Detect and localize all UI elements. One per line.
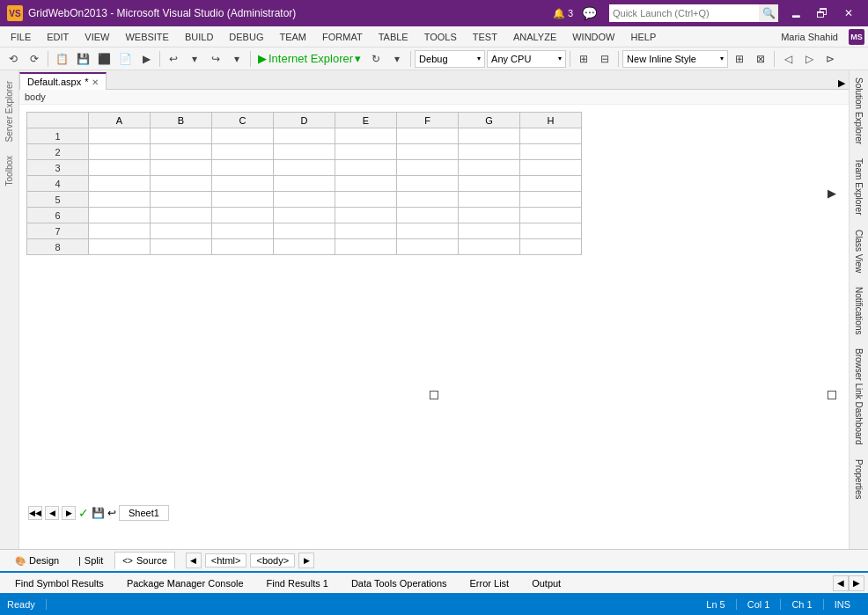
cell-b4[interactable] xyxy=(151,176,212,192)
output-tab-find-symbol[interactable]: Find Symbol Results xyxy=(4,575,115,591)
menu-edit[interactable]: EDIT xyxy=(40,30,76,44)
cell-h1[interactable] xyxy=(520,128,582,144)
sidebar-item-server-explorer[interactable]: Server Explorer xyxy=(3,74,16,149)
cell-c7[interactable] xyxy=(212,223,274,239)
menu-team[interactable]: TEAM xyxy=(272,30,313,44)
sidebar-item-team-explorer[interactable]: Team Explorer xyxy=(852,151,865,222)
cell-g1[interactable] xyxy=(459,128,520,144)
cell-d6[interactable] xyxy=(274,208,335,223)
config-dropdown[interactable]: Debug ▾ xyxy=(415,50,485,68)
restore-button[interactable]: 🗗 xyxy=(810,4,835,22)
cell-d4[interactable] xyxy=(274,176,335,192)
toolbar-btn-2[interactable]: 💾 xyxy=(73,50,92,68)
cell-a4[interactable] xyxy=(89,176,151,192)
cell-b5[interactable] xyxy=(151,192,212,208)
undo-button[interactable]: ↩ xyxy=(164,50,183,68)
sheet-tab-sheet1[interactable]: Sheet1 xyxy=(119,505,169,521)
minimize-button[interactable]: 🗕 xyxy=(783,4,808,22)
cell-d8[interactable] xyxy=(274,239,335,255)
cell-a8[interactable] xyxy=(89,239,151,255)
cpu-dropdown[interactable]: Any CPU ▾ xyxy=(487,50,566,68)
refresh-button[interactable]: ↻ xyxy=(366,50,386,68)
cell-g4[interactable] xyxy=(459,176,520,192)
cell-c6[interactable] xyxy=(212,208,274,223)
sidebar-item-toolbox[interactable]: Toolbox xyxy=(3,149,16,193)
toolbar-btn-7[interactable]: ⊟ xyxy=(595,50,614,68)
menu-test[interactable]: TEST xyxy=(466,30,504,44)
cell-h3[interactable] xyxy=(520,160,582,176)
html-tag-label[interactable]: <html> xyxy=(205,553,247,567)
menu-help[interactable]: HELP xyxy=(623,30,663,44)
cell-f8[interactable] xyxy=(397,239,459,255)
cell-g7[interactable] xyxy=(459,223,520,239)
menu-window[interactable]: WINDOW xyxy=(565,30,622,44)
search-icon[interactable]: 🔍 xyxy=(759,4,778,22)
cell-f4[interactable] xyxy=(397,176,459,192)
cell-f3[interactable] xyxy=(397,160,459,176)
cell-h5[interactable] xyxy=(520,192,582,208)
output-tab-find-results[interactable]: Find Results 1 xyxy=(255,575,340,591)
cell-e2[interactable] xyxy=(335,144,397,160)
sheet-next-button[interactable]: ▶ xyxy=(62,506,76,520)
forward-button[interactable]: ⟳ xyxy=(25,50,44,68)
menu-debug[interactable]: DEBUG xyxy=(222,30,270,44)
cell-g3[interactable] xyxy=(459,160,520,176)
cell-f6[interactable] xyxy=(397,208,459,223)
cell-h4[interactable] xyxy=(520,176,582,192)
cell-f1[interactable] xyxy=(397,128,459,144)
sidebar-item-notifications[interactable]: Notifications xyxy=(852,280,865,341)
sheet-undo-icon[interactable]: ↩ xyxy=(107,507,116,519)
toolbar-btn-4[interactable]: 📄 xyxy=(115,50,135,68)
run-button[interactable]: ▶ Internet Explorer ▾ xyxy=(254,52,364,65)
menu-tools[interactable]: TOOLS xyxy=(417,30,464,44)
cell-b1[interactable] xyxy=(151,128,212,144)
toolbar-btn-9[interactable]: ⊠ xyxy=(751,50,770,68)
menu-table[interactable]: TABLE xyxy=(371,30,416,44)
output-tab-output[interactable]: Output xyxy=(520,575,572,591)
cell-a1[interactable] xyxy=(89,128,151,144)
toolbar-btn-1[interactable]: 📋 xyxy=(52,50,71,68)
sidebar-item-class-view[interactable]: Class View xyxy=(852,223,865,280)
refresh-dropdown[interactable]: ▾ xyxy=(387,50,407,68)
cell-h8[interactable] xyxy=(520,239,582,255)
cell-b6[interactable] xyxy=(151,208,212,223)
toolbar-btn-12[interactable]: ⊳ xyxy=(820,50,840,68)
cell-f5[interactable] xyxy=(397,192,459,208)
cell-e7[interactable] xyxy=(335,223,397,239)
style-dropdown[interactable]: New Inline Style ▾ xyxy=(622,50,728,68)
cell-b7[interactable] xyxy=(151,223,212,239)
undo-dropdown-button[interactable]: ▾ xyxy=(185,50,204,68)
cell-b3[interactable] xyxy=(151,160,212,176)
output-tab-data-tools[interactable]: Data Tools Operations xyxy=(340,575,459,591)
cell-g5[interactable] xyxy=(459,192,520,208)
sheet-prev-button[interactable]: ◀ xyxy=(45,506,59,520)
cell-a6[interactable] xyxy=(89,208,151,223)
cell-d2[interactable] xyxy=(274,144,335,160)
sidebar-item-browser-link[interactable]: Browser Link Dashboard xyxy=(852,341,865,452)
cell-h2[interactable] xyxy=(520,144,582,160)
cell-c1[interactable] xyxy=(212,128,274,144)
cell-e3[interactable] xyxy=(335,160,397,176)
cell-d5[interactable] xyxy=(274,192,335,208)
tab-source[interactable]: <> Source xyxy=(114,552,175,569)
cell-a7[interactable] xyxy=(89,223,151,239)
cell-c2[interactable] xyxy=(212,144,274,160)
cell-e8[interactable] xyxy=(335,239,397,255)
cell-c3[interactable] xyxy=(212,160,274,176)
cell-c4[interactable] xyxy=(212,176,274,192)
cell-g6[interactable] xyxy=(459,208,520,223)
sheet-check-icon[interactable]: ✓ xyxy=(78,506,89,520)
cell-a3[interactable] xyxy=(89,160,151,176)
body-tag-label-bottom[interactable]: <body> xyxy=(250,553,295,567)
cell-e1[interactable] xyxy=(335,128,397,144)
menu-format[interactable]: FORMAT xyxy=(315,30,370,44)
output-scroll-right[interactable]: ▶ xyxy=(849,575,864,591)
redo-button[interactable]: ↪ xyxy=(206,50,225,68)
toolbar-btn-5[interactable]: ▶ xyxy=(136,50,156,68)
menu-file[interactable]: FILE xyxy=(4,30,38,44)
sidebar-item-solution-explorer[interactable]: Solution Explorer xyxy=(852,70,865,151)
cell-e5[interactable] xyxy=(335,192,397,208)
quick-launch-input[interactable] xyxy=(609,8,759,18)
expand-arrow-icon[interactable]: ▶ xyxy=(828,187,836,200)
tab-close-button[interactable]: ✕ xyxy=(92,77,99,87)
